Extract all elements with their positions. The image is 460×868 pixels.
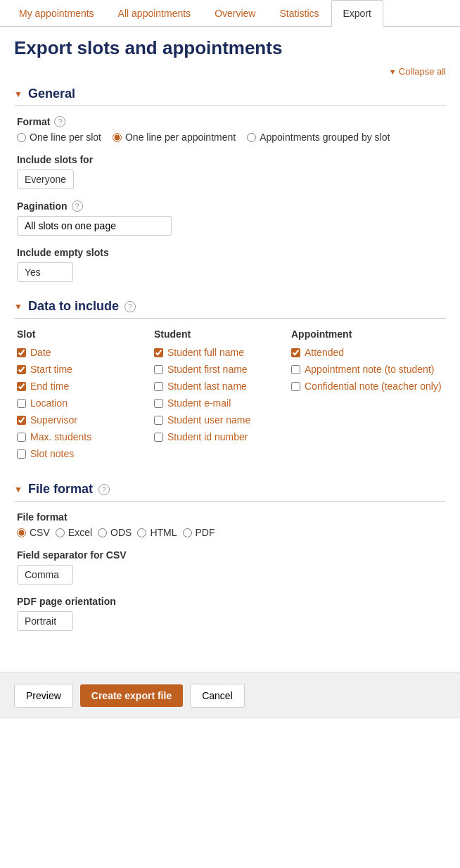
student-first-name-item[interactable]: Student first name bbox=[154, 364, 284, 375]
create-export-button[interactable]: Create export file bbox=[80, 684, 183, 707]
slot-supervisor-checkbox[interactable] bbox=[17, 416, 26, 425]
data-to-include-section-header[interactable]: Data to include ? bbox=[14, 295, 446, 319]
pagination-field-group: Pagination ? bbox=[17, 200, 443, 236]
pdf-orientation-label: PDF page orientation bbox=[17, 596, 116, 607]
ff-html-radio[interactable] bbox=[137, 528, 146, 537]
collapse-all-link[interactable]: Collapse all bbox=[389, 66, 446, 77]
include-empty-field-group: Include empty slots Yes bbox=[17, 247, 443, 282]
ff-html-label: HTML bbox=[150, 527, 177, 538]
appointment-note-item[interactable]: Appointment note (to student) bbox=[291, 364, 443, 375]
tab-my-appointments[interactable]: My appointments bbox=[7, 0, 106, 27]
slot-column-header: Slot bbox=[17, 328, 147, 340]
tab-overview[interactable]: Overview bbox=[203, 0, 267, 27]
format-help-icon[interactable]: ? bbox=[54, 116, 65, 127]
slot-end-time-label: End time bbox=[30, 381, 69, 392]
appointment-confidential-item[interactable]: Confidential note (teacher only) bbox=[291, 381, 443, 392]
student-email-item[interactable]: Student e-mail bbox=[154, 397, 284, 409]
file-format-section-header[interactable]: File format ? bbox=[14, 478, 446, 502]
student-email-checkbox[interactable] bbox=[154, 399, 163, 408]
ff-pdf-option[interactable]: PDF bbox=[183, 527, 215, 538]
ff-excel-option[interactable]: Excel bbox=[56, 527, 92, 538]
data-to-include-help-icon[interactable]: ? bbox=[124, 301, 136, 312]
format-option-one-per-slot-label: One line per slot bbox=[30, 132, 101, 143]
appointment-attended-item[interactable]: Attended bbox=[291, 347, 443, 358]
format-option-grouped[interactable]: Appointments grouped by slot bbox=[247, 132, 390, 143]
format-radio-one-per-slot[interactable] bbox=[17, 133, 26, 142]
ff-html-option[interactable]: HTML bbox=[137, 527, 177, 538]
appointment-note-checkbox[interactable] bbox=[291, 365, 300, 374]
tab-statistics[interactable]: Statistics bbox=[267, 0, 331, 27]
appointment-confidential-checkbox[interactable] bbox=[291, 382, 300, 391]
format-option-one-per-appointment-label: One line per appointment bbox=[125, 132, 236, 143]
include-slots-field-group: Include slots for Everyone bbox=[17, 154, 443, 189]
tab-export[interactable]: Export bbox=[331, 0, 383, 27]
ff-excel-radio[interactable] bbox=[56, 528, 65, 537]
appointment-confidential-label: Confidential note (teacher only) bbox=[305, 381, 442, 392]
preview-button[interactable]: Preview bbox=[14, 684, 73, 708]
slot-max-students-item[interactable]: Max. students bbox=[17, 431, 147, 442]
format-radio-one-per-appointment[interactable] bbox=[113, 133, 122, 142]
slot-date-item[interactable]: Date bbox=[17, 347, 147, 358]
student-first-name-label: Student first name bbox=[167, 364, 248, 375]
ff-csv-option[interactable]: CSV bbox=[17, 527, 50, 538]
format-radio-grouped[interactable] bbox=[247, 133, 256, 142]
slot-supervisor-item[interactable]: Supervisor bbox=[17, 414, 147, 426]
file-format-help-icon[interactable]: ? bbox=[98, 484, 110, 495]
slot-end-time-item[interactable]: End time bbox=[17, 381, 147, 392]
file-format-radio-group: CSV Excel ODS HTML bbox=[17, 527, 443, 538]
ff-pdf-label: PDF bbox=[196, 527, 215, 538]
slot-end-time-checkbox[interactable] bbox=[17, 382, 26, 391]
slot-date-checkbox[interactable] bbox=[17, 348, 26, 357]
data-grid: Slot Date Start time End time bbox=[17, 328, 443, 465]
format-option-grouped-label: Appointments grouped by slot bbox=[260, 132, 390, 143]
field-separator-field-group: Field separator for CSV Comma bbox=[17, 549, 443, 585]
student-column: Student Student full name Student first … bbox=[154, 328, 284, 465]
student-full-name-item[interactable]: Student full name bbox=[154, 347, 284, 358]
file-format-section: File format ? File format CSV Excel bbox=[14, 478, 446, 631]
file-format-field-group: File format CSV Excel ODS bbox=[17, 511, 443, 538]
action-bar: Preview Create export file Cancel bbox=[0, 672, 460, 719]
ff-ods-radio[interactable] bbox=[98, 528, 107, 537]
format-option-one-per-appointment[interactable]: One line per appointment bbox=[113, 132, 236, 143]
cancel-button[interactable]: Cancel bbox=[190, 684, 245, 708]
format-option-one-per-slot[interactable]: One line per slot bbox=[17, 132, 101, 143]
general-section: General Format ? One line per slot One l… bbox=[14, 82, 446, 282]
student-full-name-checkbox[interactable] bbox=[154, 348, 163, 357]
slot-location-checkbox[interactable] bbox=[17, 399, 26, 408]
appointment-attended-checkbox[interactable] bbox=[291, 348, 300, 357]
student-id-checkbox[interactable] bbox=[154, 433, 163, 442]
slot-notes-checkbox[interactable] bbox=[17, 449, 26, 459]
student-username-label: Student user name bbox=[167, 414, 250, 426]
slot-max-students-checkbox[interactable] bbox=[17, 433, 26, 442]
slot-location-label: Location bbox=[30, 397, 68, 409]
pagination-input[interactable] bbox=[17, 216, 172, 236]
slot-column: Slot Date Start time End time bbox=[17, 328, 147, 465]
ff-csv-radio[interactable] bbox=[17, 528, 26, 537]
general-section-title: General bbox=[28, 87, 75, 101]
slot-location-item[interactable]: Location bbox=[17, 397, 147, 409]
appointment-note-label: Appointment note (to student) bbox=[305, 364, 434, 375]
student-id-item[interactable]: Student id number bbox=[154, 431, 284, 442]
slot-start-time-checkbox[interactable] bbox=[17, 365, 26, 374]
slot-notes-item[interactable]: Slot notes bbox=[17, 448, 147, 459]
student-username-item[interactable]: Student user name bbox=[154, 414, 284, 426]
field-separator-select[interactable]: Comma bbox=[17, 565, 73, 585]
ff-ods-option[interactable]: ODS bbox=[98, 527, 132, 538]
slot-supervisor-label: Supervisor bbox=[30, 414, 77, 426]
include-slots-select[interactable]: Everyone bbox=[17, 170, 74, 189]
slot-date-label: Date bbox=[30, 347, 51, 358]
ff-pdf-radio[interactable] bbox=[183, 528, 192, 537]
student-first-name-checkbox[interactable] bbox=[154, 365, 163, 374]
student-username-checkbox[interactable] bbox=[154, 416, 163, 425]
nav-tabs: My appointments All appointments Overvie… bbox=[0, 0, 460, 27]
general-section-header[interactable]: General bbox=[14, 82, 446, 106]
student-last-name-checkbox[interactable] bbox=[154, 382, 163, 391]
tab-all-appointments[interactable]: All appointments bbox=[106, 0, 203, 27]
pdf-orientation-select[interactable]: Portrait bbox=[17, 611, 73, 631]
pagination-help-icon[interactable]: ? bbox=[72, 200, 83, 212]
appointment-column: Appointment Attended Appointment note (t… bbox=[291, 328, 443, 465]
ff-ods-label: ODS bbox=[110, 527, 132, 538]
include-empty-select[interactable]: Yes bbox=[17, 262, 73, 282]
slot-start-time-item[interactable]: Start time bbox=[17, 364, 147, 375]
student-last-name-item[interactable]: Student last name bbox=[154, 381, 284, 392]
